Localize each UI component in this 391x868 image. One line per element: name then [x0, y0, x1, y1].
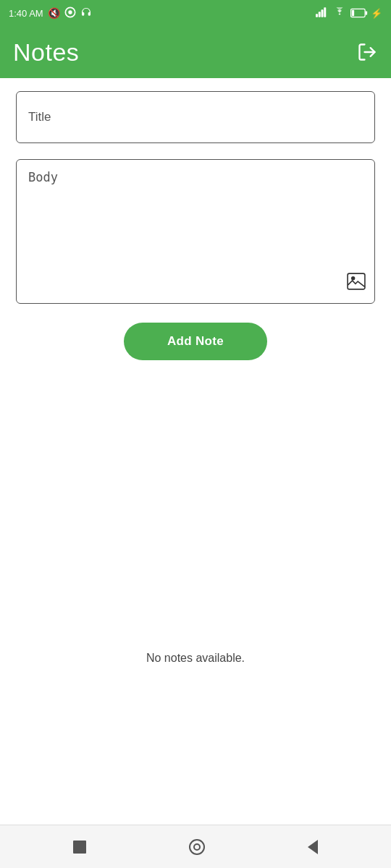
- svg-point-14: [194, 844, 200, 850]
- battery-icon: [350, 8, 368, 18]
- svg-rect-12: [73, 841, 86, 854]
- charging-icon: ⚡: [371, 8, 382, 19]
- empty-state: No notes available.: [16, 505, 375, 812]
- svg-rect-7: [352, 10, 354, 17]
- mute-icon: 🔇: [48, 7, 60, 19]
- nav-back-button[interactable]: [306, 839, 319, 855]
- body-textarea[interactable]: [28, 170, 363, 293]
- status-right: ⚡: [316, 7, 382, 20]
- app-header: Notes: [0, 26, 391, 78]
- svg-rect-10: [348, 273, 365, 289]
- location-icon: [64, 7, 76, 20]
- nav-home-button[interactable]: [188, 838, 206, 856]
- status-left: 1:40 AM 🔇: [9, 7, 92, 20]
- logout-button[interactable]: [356, 42, 378, 62]
- nav-square-button[interactable]: [72, 839, 88, 855]
- svg-point-11: [351, 276, 355, 280]
- empty-state-message: No notes available.: [146, 652, 245, 665]
- image-icon[interactable]: [347, 273, 366, 294]
- add-note-button[interactable]: Add Note: [124, 323, 267, 360]
- svg-rect-4: [321, 9, 324, 17]
- signal-icon: [316, 7, 329, 20]
- status-bar: 1:40 AM 🔇: [0, 0, 391, 26]
- svg-rect-5: [324, 7, 326, 17]
- svg-rect-3: [319, 12, 321, 17]
- page-title: Notes: [13, 38, 79, 67]
- svg-point-1: [68, 10, 72, 14]
- wifi-icon: [333, 7, 346, 20]
- main-content: Add Note No notes available.: [0, 78, 391, 825]
- status-time: 1:40 AM: [9, 8, 43, 19]
- svg-marker-15: [308, 840, 318, 854]
- title-input-wrapper: [16, 91, 375, 143]
- headphone-icon: [80, 7, 92, 20]
- svg-rect-2: [316, 14, 318, 17]
- svg-point-13: [190, 840, 204, 854]
- svg-rect-8: [366, 11, 368, 14]
- bottom-nav: [0, 825, 391, 868]
- body-input-wrapper: [16, 159, 375, 304]
- title-input[interactable]: [28, 110, 363, 124]
